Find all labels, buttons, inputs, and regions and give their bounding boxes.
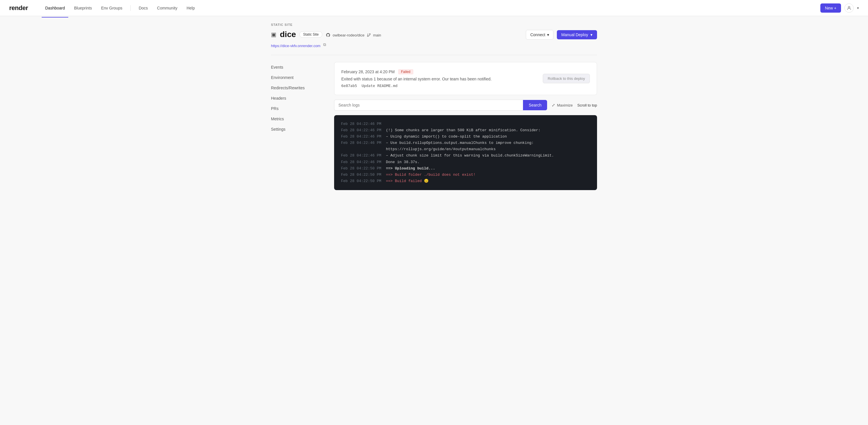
search-row: Search ⤢ Maximize Scroll to top (334, 100, 597, 111)
deploy-header: February 28, 2023 at 4:20 PM Failed (341, 69, 543, 74)
main-nav: Dashboard Blueprints Env Groups Docs Com… (42, 3, 811, 12)
log-timestamp: Feb 28 04:22:46 PM (341, 159, 381, 165)
log-line: Feb 28 04:22:46 PM Done in 38.37s. (341, 159, 590, 165)
deploy-message: Exited with status 1 because of an inter… (341, 77, 543, 81)
nav-community[interactable]: Community (154, 3, 181, 12)
page-content: Static Site ▣ dice Static Site owlbear-r… (262, 16, 606, 197)
log-line: Feb 28 04:22:50 PM ==> Uploading build..… (341, 165, 590, 172)
log-line: Feb 28 04:22:50 PM ==> Build folder ./bu… (341, 172, 590, 178)
sidebar-item-redirects-rewrites[interactable]: Redirects/Rewrites (271, 83, 322, 93)
header-right: New + ▾ (820, 3, 859, 12)
svg-point-3 (367, 36, 368, 37)
branch-name: main (373, 33, 381, 37)
search-input[interactable] (334, 100, 523, 111)
log-text: ==> Uploading build... (386, 165, 435, 172)
deploy-info: February 28, 2023 at 4:20 PM Failed Exit… (341, 69, 543, 88)
maximize-button[interactable]: ⤢ Maximize (552, 103, 572, 108)
log-line: Feb 28 04:22:46 PM – Use build.rollupOpt… (341, 140, 590, 152)
sidebar-item-headers[interactable]: Headers (271, 93, 322, 103)
log-text: – Adjust chunk size limit for this warni… (386, 152, 554, 159)
log-line: Feb 28 04:22:46 PM – Adjust chunk size l… (341, 152, 590, 159)
log-timestamp: Feb 28 04:22:46 PM (341, 140, 381, 152)
log-timestamp: Feb 28 04:22:46 PM (341, 121, 381, 127)
sidebar-item-environment[interactable]: Environment (271, 72, 322, 83)
service-type-label: Static Site (271, 23, 597, 26)
connect-chevron-icon: ▾ (547, 32, 549, 37)
nav-blueprints[interactable]: Blueprints (71, 3, 95, 12)
nav-docs[interactable]: Docs (135, 3, 151, 12)
svg-point-0 (848, 6, 850, 8)
sidebar-item-prs[interactable]: PRs (271, 103, 322, 114)
service-name: dice (280, 30, 296, 39)
log-timestamp: Feb 28 04:22:46 PM (341, 133, 381, 140)
service-icon: ▣ (271, 31, 276, 38)
new-button[interactable]: New + (820, 3, 841, 12)
status-badge: Failed (398, 69, 413, 74)
commit-hash: 6e87ab5 (341, 84, 357, 88)
connect-button[interactable]: Connect ▾ (526, 30, 553, 40)
sidebar: Events Environment Redirects/Rewrites He… (271, 62, 322, 190)
copy-icon[interactable]: ⧉ (323, 42, 326, 47)
manual-deploy-button[interactable]: Manual Deploy ▾ (557, 30, 597, 39)
scroll-to-top-button[interactable]: Scroll to top (577, 103, 597, 108)
log-timestamp: Feb 28 04:22:46 PM (341, 127, 381, 133)
service-meta: owlbear-rodeo/dice main (326, 33, 381, 37)
logo: render (9, 4, 28, 12)
branch-icon (367, 33, 371, 37)
header-actions: Connect ▾ Manual Deploy ▾ (526, 30, 597, 40)
log-text: ==> Build failed 😑 (386, 178, 429, 184)
github-icon (326, 33, 330, 37)
app-header: render Dashboard Blueprints Env Groups D… (0, 0, 868, 16)
svg-point-2 (369, 34, 370, 35)
deploy-time: February 28, 2023 at 4:20 PM (341, 69, 395, 74)
deploy-card: February 28, 2023 at 4:20 PM Failed Exit… (334, 62, 597, 95)
nav-separator (130, 5, 131, 11)
main-layout: Events Environment Redirects/Rewrites He… (271, 62, 597, 190)
service-type-badge: Static Site (299, 31, 322, 38)
log-timestamp: Feb 28 04:22:50 PM (341, 165, 381, 172)
rollback-button[interactable]: Rollback to this deploy (543, 74, 590, 83)
repo-link[interactable]: owlbear-rodeo/dice (333, 33, 365, 37)
log-line: Feb 28 04:22:46 PM – Using dynamic impor… (341, 133, 590, 140)
maximize-icon: ⤢ (552, 103, 555, 108)
log-text: – Using dynamic import() to code-split t… (386, 133, 507, 140)
nav-help[interactable]: Help (183, 3, 198, 12)
user-chevron-icon[interactable]: ▾ (857, 6, 859, 10)
sidebar-item-metrics[interactable]: Metrics (271, 114, 322, 124)
search-actions: ⤢ Maximize Scroll to top (552, 103, 597, 108)
nav-env-groups[interactable]: Env Groups (98, 3, 126, 12)
service-header: ▣ dice Static Site owlbear-rodeo/dice ma… (271, 30, 597, 48)
log-line: Feb 28 04:22:50 PM ==> Build failed 😑 (341, 178, 590, 184)
log-text: ==> Build folder ./build does not exist! (386, 172, 475, 178)
search-button[interactable]: Search (523, 100, 547, 110)
log-line: Feb 28 04:22:46 PM (341, 121, 590, 127)
service-url[interactable]: https://dice-vkfv.onrender.com (271, 44, 320, 48)
log-text: – Use build.rollupOptions.output.manualC… (386, 140, 590, 152)
log-text: Done in 38.37s. (386, 159, 420, 165)
log-timestamp: Feb 28 04:22:50 PM (341, 178, 381, 184)
nav-dashboard[interactable]: Dashboard (42, 3, 68, 12)
deploy-commit: 6e87ab5 Update README.md (341, 84, 543, 88)
sidebar-item-settings[interactable]: Settings (271, 124, 322, 134)
service-title-area: ▣ dice Static Site owlbear-rodeo/dice ma… (271, 30, 381, 48)
sidebar-item-events[interactable]: Events (271, 62, 322, 72)
page-divider (271, 55, 597, 55)
manual-deploy-chevron-icon: ▾ (590, 32, 592, 37)
service-title-row: ▣ dice Static Site owlbear-rodeo/dice ma… (271, 30, 381, 39)
content-area: February 28, 2023 at 4:20 PM Failed Exit… (334, 62, 597, 190)
terminal: Feb 28 04:22:46 PM Feb 28 04:22:46 PM (!… (334, 115, 597, 190)
log-text: (!) Some chunks are larger than 500 KiB … (386, 127, 540, 133)
log-timestamp: Feb 28 04:22:46 PM (341, 152, 381, 159)
commit-message: Update README.md (362, 84, 398, 88)
log-timestamp: Feb 28 04:22:50 PM (341, 172, 381, 178)
log-line: Feb 28 04:22:46 PM (!) Some chunks are l… (341, 127, 590, 133)
user-icon[interactable] (844, 3, 854, 12)
